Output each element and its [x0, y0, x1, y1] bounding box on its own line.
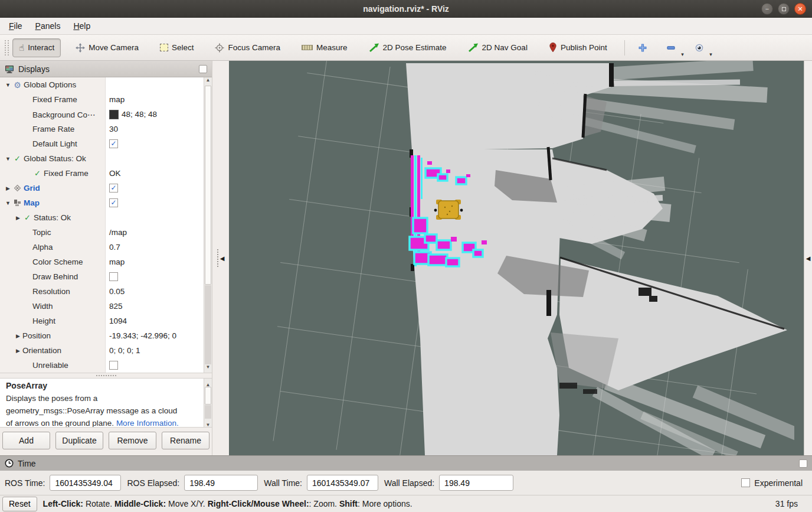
- scroll-down-icon[interactable]: ▼: [204, 364, 212, 373]
- minimize-button[interactable]: −: [761, 3, 773, 15]
- scroll-down-icon[interactable]: ▼: [204, 419, 212, 427]
- ros-time-input[interactable]: [50, 475, 121, 491]
- checkbox[interactable]: ✓: [109, 198, 118, 207]
- display-row[interactable]: ▼Map✓: [0, 195, 204, 210]
- scrollbar-thumb[interactable]: [205, 86, 211, 285]
- check-icon: ✓: [32, 169, 42, 178]
- menu-item-file[interactable]: File: [2, 19, 29, 33]
- maximize-button[interactable]: [778, 3, 790, 15]
- property-value[interactable]: /map: [109, 228, 127, 237]
- checkbox[interactable]: ✓: [109, 139, 118, 148]
- display-row[interactable]: ▶Position-19.343; -42.996; 0: [0, 328, 204, 343]
- close-button[interactable]: ✕: [794, 3, 806, 15]
- display-row[interactable]: ▼⚙Global Options: [0, 77, 204, 92]
- menu-item-help[interactable]: Help: [67, 19, 97, 33]
- display-row[interactable]: Width825: [0, 299, 204, 314]
- tool-measure[interactable]: Measure: [295, 39, 354, 56]
- display-row[interactable]: Default Light✓: [0, 136, 204, 151]
- splitter-handle[interactable]: [217, 249, 218, 267]
- duplicate-button[interactable]: Duplicate: [55, 432, 103, 449]
- property-value[interactable]: 30: [109, 125, 118, 133]
- collapse-left-icon[interactable]: ◀: [806, 255, 811, 262]
- scroll-up-icon[interactable]: ▲: [204, 379, 212, 387]
- checkbox[interactable]: [109, 272, 118, 281]
- property-value[interactable]: OK: [109, 169, 121, 178]
- panel-vertical-splitter[interactable]: ◀: [212, 61, 229, 455]
- chevron-down-icon[interactable]: ▾: [681, 51, 684, 57]
- display-row[interactable]: Color Schememap: [0, 255, 204, 269]
- display-row[interactable]: Draw Behind: [0, 269, 204, 284]
- wall-time-input[interactable]: [307, 475, 378, 491]
- tool-focus-camera[interactable]: Focus Camera: [208, 39, 287, 57]
- display-row[interactable]: Alpha0.7: [0, 240, 204, 255]
- display-row[interactable]: ▶Orientation0; 0; 0; 1: [0, 343, 204, 358]
- rename-button[interactable]: Rename: [162, 432, 209, 449]
- tool-select[interactable]: Select: [153, 39, 201, 56]
- ros-elapsed-input[interactable]: [184, 475, 258, 491]
- tool-2d-pose-estimate[interactable]: 2D Pose Estimate: [362, 39, 453, 57]
- description-scrollbar[interactable]: ▲ ▼: [204, 379, 212, 427]
- property-value[interactable]: 0.7: [109, 243, 120, 252]
- add-button[interactable]: Add: [2, 432, 50, 449]
- expander-icon[interactable]: ▼: [4, 82, 12, 88]
- display-row[interactable]: ✓Fixed FrameOK: [0, 166, 204, 181]
- panel-float-button[interactable]: [799, 459, 807, 468]
- display-row[interactable]: Fixed Framemap: [0, 92, 204, 107]
- wall-elapsed-input[interactable]: [439, 475, 513, 491]
- experimental-checkbox[interactable]: [741, 478, 750, 487]
- color-swatch[interactable]: [109, 110, 119, 119]
- display-row[interactable]: ▶✓Status: Ok: [0, 210, 204, 225]
- display-row[interactable]: Frame Rate30: [0, 122, 204, 136]
- more-information-link[interactable]: More Information.: [116, 419, 179, 428]
- property-value[interactable]: -19.343; -42.996; 0: [109, 331, 176, 340]
- property-value[interactable]: 825: [109, 302, 123, 311]
- property-value[interactable]: 0.05: [109, 287, 125, 296]
- tool-interact[interactable]: ☝ Interact: [12, 38, 61, 57]
- display-row[interactable]: ▶Grid✓: [0, 181, 204, 195]
- right-panel-collapsed-strip[interactable]: ◀: [804, 61, 812, 455]
- checkbox[interactable]: ✓: [109, 184, 118, 193]
- tree-scrollbar[interactable]: ▲ ▼: [204, 77, 212, 373]
- tool-move-camera[interactable]: Move Camera: [69, 39, 145, 57]
- tool-properties-button[interactable]: ▾: [690, 41, 709, 55]
- 3d-viewport[interactable]: [229, 61, 794, 455]
- tool-publish-point[interactable]: Publish Point: [542, 38, 614, 57]
- expander-icon[interactable]: ▼: [4, 200, 12, 206]
- property-value[interactable]: 48; 48; 48: [122, 110, 157, 119]
- panel-horizontal-splitter[interactable]: [0, 373, 212, 378]
- tool-2d-nav-goal[interactable]: 2D Nav Goal: [461, 39, 534, 57]
- toolbar-drag-handle[interactable]: [5, 40, 9, 56]
- scrollbar-track[interactable]: [205, 285, 211, 364]
- expander-icon[interactable]: ▶: [4, 185, 12, 191]
- titlebar[interactable]: navigation.rviz* - RViz − ✕: [0, 0, 812, 18]
- collapse-left-icon[interactable]: ◀: [220, 255, 225, 262]
- remove-button[interactable]: Remove: [109, 432, 156, 449]
- display-row[interactable]: Unreliable: [0, 358, 204, 373]
- panel-float-button[interactable]: [199, 65, 207, 73]
- display-row[interactable]: Resolution0.05: [0, 284, 204, 299]
- expander-icon[interactable]: ▼: [4, 156, 12, 162]
- add-tool-button[interactable]: [633, 41, 652, 55]
- scrollbar-track[interactable]: [205, 405, 211, 419]
- property-value[interactable]: map: [109, 95, 125, 104]
- chevron-down-icon[interactable]: ▾: [709, 51, 712, 57]
- scroll-up-icon[interactable]: ▲: [204, 77, 212, 86]
- property-value[interactable]: 0; 0; 0; 1: [109, 346, 140, 355]
- display-row[interactable]: Background Co⋯48; 48; 48: [0, 107, 204, 122]
- checkbox[interactable]: [109, 361, 118, 370]
- display-row[interactable]: ▼✓Global Status: Ok: [0, 151, 204, 166]
- expander-icon[interactable]: ▶: [14, 348, 22, 354]
- display-row[interactable]: Height1094: [0, 314, 204, 328]
- menu-item-panels[interactable]: Panels: [29, 19, 67, 33]
- reset-button[interactable]: Reset: [2, 497, 37, 511]
- property-value[interactable]: 1094: [109, 317, 127, 325]
- expander-icon[interactable]: ▶: [14, 333, 22, 339]
- property-value[interactable]: map: [109, 257, 125, 266]
- help-segment: Left-Click:: [43, 499, 83, 508]
- scrollbar-thumb[interactable]: [205, 387, 211, 405]
- remove-tool-button[interactable]: ▾: [662, 41, 680, 55]
- display-row[interactable]: Topic/map: [0, 225, 204, 240]
- time-panel-header[interactable]: Time: [0, 455, 812, 471]
- displays-panel-header[interactable]: Displays: [0, 61, 212, 77]
- expander-icon[interactable]: ▶: [14, 215, 22, 221]
